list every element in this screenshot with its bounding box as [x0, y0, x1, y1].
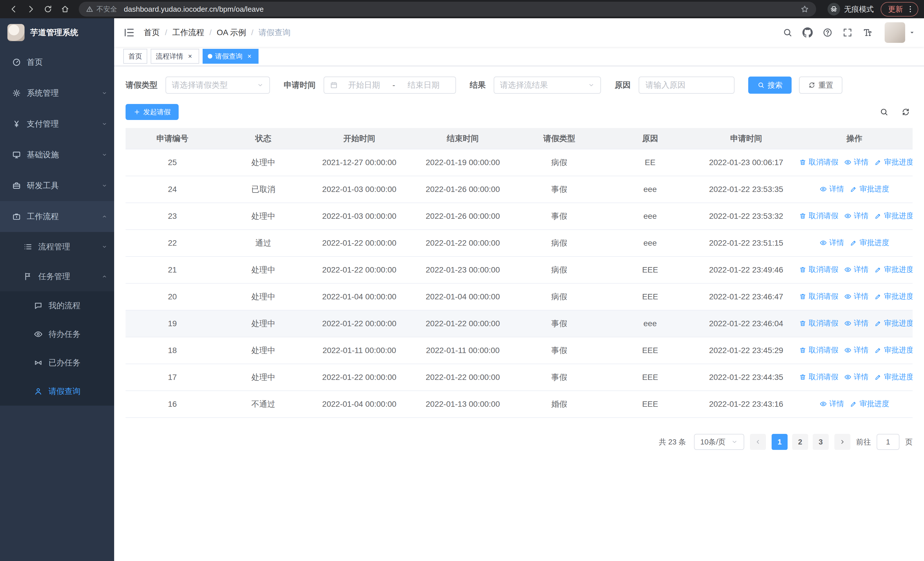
- end-date-placeholder[interactable]: 结束日期: [398, 80, 450, 90]
- cancel-leave-link[interactable]: 取消请假: [799, 318, 838, 328]
- page-number-1[interactable]: 1: [772, 434, 788, 450]
- sidebar-item-task-management[interactable]: 任务管理: [0, 262, 114, 291]
- app-logo[interactable]: 芋道管理系统: [0, 18, 114, 47]
- approval-progress-link[interactable]: 审批进度: [874, 265, 913, 275]
- sidebar-item-dev-tools[interactable]: 研发工具: [0, 170, 114, 201]
- browser-forward-button[interactable]: [23, 1, 39, 17]
- browser-reload-button[interactable]: [40, 1, 56, 17]
- apply-time-range-picker[interactable]: 开始日期 - 结束日期: [324, 77, 456, 94]
- table-row-17[interactable]: 17处理中2022-01-22 00:00:002022-01-22 00:00…: [126, 364, 913, 391]
- approval-progress-link[interactable]: 审批进度: [874, 345, 913, 355]
- github-icon[interactable]: [802, 27, 813, 38]
- goto-page-input[interactable]: [877, 434, 900, 450]
- browser-home-button[interactable]: [57, 1, 73, 17]
- browser-menu-icon[interactable]: [906, 5, 915, 14]
- header-search-icon[interactable]: [783, 27, 793, 38]
- create-leave-button[interactable]: 发起请假: [126, 104, 178, 120]
- security-warning[interactable]: 不安全: [86, 5, 117, 14]
- toggle-search-icon[interactable]: [879, 107, 889, 117]
- sidebar-item-workflow[interactable]: 工作流程: [0, 201, 114, 232]
- browser-update-button[interactable]: 更新: [880, 2, 918, 17]
- approval-progress-link[interactable]: 审批进度: [874, 157, 913, 167]
- table-row-25[interactable]: 25处理中2021-12-27 00:00:002022-01-19 00:00…: [126, 149, 913, 176]
- breadcrumb-item-1[interactable]: 工作流程: [172, 27, 204, 38]
- sidebar-item-process-management[interactable]: 流程管理: [0, 232, 114, 262]
- sidebar-item-infrastructure[interactable]: 基础设施: [0, 139, 114, 170]
- sidebar-item-my-process[interactable]: 我的流程: [0, 291, 114, 320]
- tab-close-icon[interactable]: ×: [245, 52, 254, 60]
- page-number-2[interactable]: 2: [792, 434, 808, 450]
- bookmark-star-icon[interactable]: [800, 5, 809, 14]
- table-row-21[interactable]: 21处理中2022-01-22 00:00:002022-01-23 00:00…: [126, 257, 913, 283]
- total-count: 共 23 条: [659, 437, 686, 447]
- breadcrumb-item-0[interactable]: 首页: [144, 27, 160, 38]
- cancel-leave-link[interactable]: 取消请假: [799, 345, 838, 355]
- result-select[interactable]: 请选择流结果: [494, 77, 601, 94]
- table-row-18[interactable]: 18处理中2022-01-11 00:00:002022-01-11 00:00…: [126, 337, 913, 364]
- sidebar-item-payment-management[interactable]: 支付管理: [0, 108, 114, 139]
- page-size-select[interactable]: 10条/页: [694, 434, 744, 450]
- page-number-3[interactable]: 3: [813, 434, 829, 450]
- detail-link[interactable]: 详情: [844, 157, 868, 167]
- approval-progress-link[interactable]: 审批进度: [874, 372, 913, 382]
- next-page-button[interactable]: [834, 434, 850, 450]
- reason-input[interactable]: [639, 77, 735, 94]
- tab-home[interactable]: 首页: [123, 49, 147, 64]
- search-button[interactable]: 搜索: [748, 77, 792, 94]
- fullscreen-icon[interactable]: [842, 27, 853, 38]
- detail-link[interactable]: 详情: [844, 291, 868, 301]
- cell-start-time: 2022-01-11 00:00:00: [308, 337, 411, 364]
- sidebar-item-done-tasks[interactable]: 已办任务: [0, 349, 114, 377]
- cancel-leave-link[interactable]: 取消请假: [799, 157, 838, 167]
- detail-link[interactable]: 详情: [844, 211, 868, 221]
- refresh-table-icon[interactable]: [901, 107, 910, 117]
- cell-reason: EEE: [604, 337, 696, 364]
- cancel-leave-link[interactable]: 取消请假: [799, 291, 838, 301]
- detail-link[interactable]: 详情: [844, 265, 868, 275]
- table-row-16[interactable]: 16不通过2022-01-04 00:00:002022-01-13 00:00…: [126, 391, 913, 418]
- approval-progress-link[interactable]: 审批进度: [874, 211, 913, 221]
- cancel-leave-link[interactable]: 取消请假: [799, 265, 838, 275]
- table-row-19[interactable]: 19处理中2022-01-22 00:00:002022-01-22 00:00…: [126, 310, 913, 337]
- font-size-icon[interactable]: [862, 27, 873, 38]
- user-avatar[interactable]: [885, 22, 905, 43]
- table-row-23[interactable]: 23处理中2022-01-03 00:00:002022-01-26 00:00…: [126, 203, 913, 230]
- approval-progress-link[interactable]: 审批进度: [874, 318, 913, 328]
- url-text[interactable]: dashboard.yudao.iocoder.cn/bpm/oa/leave: [124, 5, 800, 14]
- detail-link[interactable]: 详情: [844, 345, 868, 355]
- table-row-24[interactable]: 24已取消2022-01-03 00:00:002022-01-26 00:00…: [126, 176, 913, 203]
- sidebar-collapse-button[interactable]: [123, 27, 135, 38]
- sidebar-item-todo-tasks[interactable]: 待办任务: [0, 320, 114, 349]
- detail-link[interactable]: 详情: [819, 238, 844, 248]
- detail-link[interactable]: 详情: [819, 399, 844, 409]
- sidebar-item-system-management[interactable]: 系统管理: [0, 78, 114, 108]
- sidebar-item-label: 支付管理: [27, 119, 96, 129]
- detail-link[interactable]: 详情: [844, 318, 868, 328]
- tab-process-detail[interactable]: 流程详情×: [151, 49, 199, 64]
- detail-link[interactable]: 详情: [819, 184, 844, 194]
- tab-close-icon[interactable]: ×: [186, 52, 194, 60]
- table-row-20[interactable]: 20处理中2022-01-04 00:00:002022-01-04 00:00…: [126, 283, 913, 310]
- breadcrumb-item-2[interactable]: OA 示例: [217, 27, 246, 38]
- sidebar-item-leave-query[interactable]: 请假查询: [0, 377, 114, 406]
- column-header-5: 原因: [604, 128, 696, 149]
- cell-status: 处理中: [219, 337, 308, 364]
- reset-button[interactable]: 重置: [799, 77, 842, 94]
- detail-link[interactable]: 详情: [844, 372, 868, 382]
- approval-progress-link[interactable]: 审批进度: [850, 184, 889, 194]
- help-icon[interactable]: [822, 27, 832, 38]
- leave-type-select[interactable]: 请选择请假类型: [165, 77, 270, 94]
- sidebar-item-home[interactable]: 首页: [0, 47, 114, 78]
- browser-back-button[interactable]: [6, 1, 22, 17]
- cancel-leave-link[interactable]: 取消请假: [799, 211, 838, 221]
- prev-page-button[interactable]: [750, 434, 766, 450]
- approval-progress-link[interactable]: 审批进度: [850, 238, 889, 248]
- approval-progress-link[interactable]: 审批进度: [850, 399, 889, 409]
- address-bar[interactable]: 不安全 dashboard.yudao.iocoder.cn/bpm/oa/le…: [79, 2, 816, 17]
- tab-leave-query[interactable]: 请假查询×: [202, 49, 258, 64]
- start-date-placeholder[interactable]: 开始日期: [338, 80, 390, 90]
- approval-progress-link[interactable]: 审批进度: [874, 291, 913, 301]
- cancel-leave-link[interactable]: 取消请假: [799, 372, 838, 382]
- table-row-22[interactable]: 22通过2022-01-22 00:00:002022-01-22 00:00:…: [126, 230, 913, 257]
- user-menu[interactable]: [885, 22, 915, 43]
